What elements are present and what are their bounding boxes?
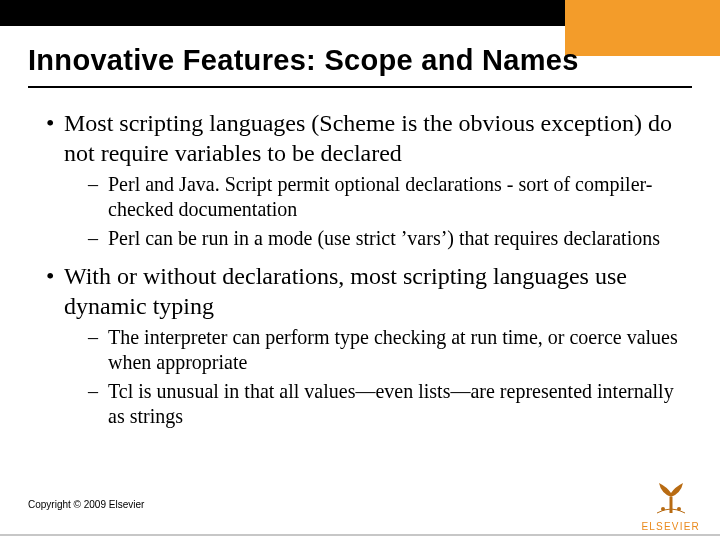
sub-bullet-item: Perl and Java. Script permit optional de… <box>74 172 682 222</box>
copyright-text: Copyright © 2009 Elsevier <box>28 499 144 510</box>
title-area: Innovative Features: Scope and Names <box>0 26 720 96</box>
sub-bullet-text: Perl can be run in a mode (use strict ’v… <box>108 227 660 249</box>
footer-rule <box>0 534 720 536</box>
slide-title: Innovative Features: Scope and Names <box>28 44 692 77</box>
publisher-logo: ELSEVIER <box>641 475 700 532</box>
bullet-text: Most scripting languages (Scheme is the … <box>64 110 672 166</box>
sub-bullet-text: Perl and Java. Script permit optional de… <box>108 173 652 220</box>
svg-point-1 <box>661 507 665 511</box>
sub-bullet-item: Tcl is unusual in that all values—even l… <box>74 379 682 429</box>
publisher-name: ELSEVIER <box>641 521 700 532</box>
sub-bullet-item: Perl can be run in a mode (use strict ’v… <box>74 226 682 251</box>
bullet-text: With or without declarations, most scrip… <box>64 263 627 319</box>
bullet-item: Most scripting languages (Scheme is the … <box>46 108 682 251</box>
body-content: Most scripting languages (Scheme is the … <box>46 108 682 439</box>
sub-bullet-text: The interpreter can perform type checkin… <box>108 326 678 373</box>
tree-icon <box>651 475 691 515</box>
slide: { "title": "Innovative Features: Scope a… <box>0 0 720 540</box>
sub-bullet-text: Tcl is unusual in that all values—even l… <box>108 380 674 427</box>
title-underline <box>28 86 692 88</box>
sub-bullet-item: The interpreter can perform type checkin… <box>74 325 682 375</box>
svg-point-2 <box>677 507 681 511</box>
bullet-item: With or without declarations, most scrip… <box>46 261 682 429</box>
